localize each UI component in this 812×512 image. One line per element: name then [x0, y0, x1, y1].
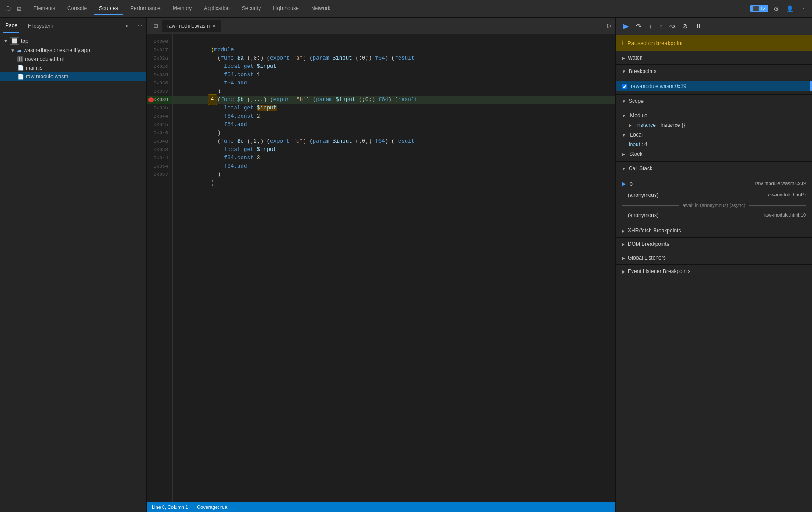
breakpoints-header[interactable]: ▼ Breakpoints [616, 65, 812, 78]
tree-label-site: wasm-dbg-stories.netlify.app [24, 47, 90, 53]
scope-group-stack[interactable]: ▶ Stack [616, 149, 812, 159]
paused-banner: ℹ Paused on breakpoint [616, 35, 812, 51]
scope-module-arrow: ▼ [622, 113, 626, 118]
scope-stack-arrow: ▶ [622, 152, 625, 157]
call-stack-loc-anon1: raw-module.html:9 [766, 192, 806, 197]
debug-toolbar: ▶ ↷ ↓ ↑ ↝ ⊘ ⏸ [616, 18, 812, 35]
code-line-0x000: (module [173, 38, 615, 46]
code-line-0x036: ) [173, 79, 615, 88]
call-stack-arrow: ▼ [622, 166, 626, 171]
call-stack-item-anon2[interactable]: (anonymous) raw-module.html:10 [616, 210, 812, 221]
tab-network[interactable]: Network [306, 3, 336, 15]
code-line-0x02c: f64.const 1 [173, 63, 615, 71]
code-tab-close[interactable]: ✕ [212, 23, 216, 29]
event-label: Event Listener Breakpoints [628, 268, 690, 274]
call-stack-loc-b: raw-module.wasm:0x39 [755, 181, 806, 186]
deactivate-btn[interactable]: ⊘ [679, 20, 690, 32]
tree-item-js[interactable]: 📄 main.js [0, 63, 146, 72]
scope-group-local[interactable]: ▼ Local [616, 130, 812, 140]
tree-label-html: raw-module.html [25, 56, 64, 62]
tree-label-wasm: raw-module.wasm [26, 74, 68, 80]
tab-console[interactable]: Console [62, 3, 92, 15]
scope-item-instance[interactable]: ▶ instance : Instance {} [623, 120, 812, 130]
right-panel: ▶ ↷ ↓ ↑ ↝ ⊘ ⏸ ℹ Paused on breakpoint ▶ W… [615, 18, 812, 512]
dom-label: DOM Breakpoints [628, 241, 669, 247]
settings-icon[interactable]: ⚙ [772, 4, 781, 14]
breakpoints-arrow: ▼ [622, 69, 626, 74]
sidebar-tab-filesystem[interactable]: Filesystem [26, 19, 55, 32]
sidebar-more-btn[interactable]: » [126, 23, 129, 29]
call-stack-fn-anon1: (anonymous) [628, 192, 658, 198]
step-into-btn[interactable]: ↓ [646, 21, 654, 32]
tab-security[interactable]: Security [237, 3, 266, 15]
call-stack-label: Call Stack [629, 165, 652, 172]
code-tab-right-btn[interactable]: ▷ [607, 22, 612, 29]
more-icon[interactable]: ⋮ [799, 4, 808, 14]
devtools-badge[interactable]: ⬛ 12 [750, 5, 768, 12]
tree-label-js: main.js [26, 65, 42, 71]
top-nav: ⬡ ⧉ Elements Console Sources Performance… [0, 0, 812, 18]
ln-0x035: 0x035 [147, 71, 172, 79]
xhr-breakpoints-header[interactable]: ▶ XHR/fetch Breakpoints [616, 224, 812, 238]
scope-module-label: Module [630, 112, 647, 119]
sidebar-tabs: Page Filesystem » ⋯ [0, 18, 146, 34]
breakpoint-item[interactable]: raw-module.wasm:0x39 [616, 81, 812, 91]
ln-0x039[interactable]: 0x039 [147, 96, 172, 104]
scope-content: ▼ Module ▶ instance : Instance {} ▼ Loca… [616, 108, 812, 162]
dom-arrow: ▶ [622, 242, 625, 247]
tab-elements[interactable]: Elements [28, 3, 60, 15]
tab-sources[interactable]: Sources [94, 3, 123, 15]
call-stack-item-anon1[interactable]: (anonymous) raw-module.html:9 [616, 189, 812, 201]
code-line-0x035: f64.add [173, 71, 615, 79]
event-listener-header[interactable]: ▶ Event Listener Breakpoints [616, 265, 812, 278]
sidebar-tab-page[interactable]: Page [4, 19, 19, 33]
code-file-tab[interactable]: raw-module.wasm ✕ [162, 20, 221, 32]
global-listeners-header[interactable]: ▶ Global Listeners [616, 251, 812, 265]
ln-0x044: 0x044 [147, 112, 172, 121]
tree-item-site[interactable]: ▼ ☁ wasm-dbg-stories.netlify.app [0, 46, 146, 55]
sep-line-left [622, 205, 679, 206]
call-stack-item-b[interactable]: ▶ b raw-module.wasm:0x39 [616, 178, 812, 189]
breakpoint-dot [148, 97, 154, 102]
status-coverage: Coverage: n/a [197, 505, 227, 510]
scope-group-module[interactable]: ▼ Module [616, 111, 812, 120]
folder-icon-js: 📄 [18, 65, 24, 71]
sidebar-menu-btn[interactable]: ⋯ [137, 23, 143, 29]
cursor-icon[interactable]: ⬡ [4, 3, 12, 14]
device-toggle-icon[interactable]: ⧉ [15, 3, 23, 14]
watch-header[interactable]: ▶ Watch [616, 51, 812, 65]
line-numbers: 0x000 0x027 0x02a 0x02c 0x035 0x036 0x03… [147, 34, 173, 502]
tree-item-wasm[interactable]: 📄 raw-module.wasm [0, 72, 146, 81]
code-line-0x053: f64.const 3 [173, 146, 615, 154]
ln-0x03b: 0x03b [147, 104, 172, 112]
tab-application[interactable]: Application [199, 3, 235, 15]
scope-header[interactable]: ▼ Scope [616, 95, 812, 108]
code-content[interactable]: 0x000 0x027 0x02a 0x02c 0x035 0x036 0x03… [147, 34, 615, 502]
scope-key-input: input [629, 141, 640, 147]
toggle-sidebar-btn[interactable]: ⊡ [150, 20, 162, 32]
tab-memory[interactable]: Memory [168, 3, 197, 15]
resume-btn[interactable]: ▶ [621, 20, 631, 32]
code-line-0x02a: local.get $input [173, 54, 615, 63]
file-icon-html: H [18, 56, 23, 62]
code-line-0x039: local.get $input 4 [173, 96, 615, 104]
step-out-btn[interactable]: ↑ [656, 21, 665, 32]
pause-btn[interactable]: ⏸ [692, 21, 704, 32]
tree-label-top: top [21, 38, 28, 44]
tab-lighthouse[interactable]: Lighthouse [268, 3, 304, 15]
tree-item-top[interactable]: ▼ ⬜ top [0, 36, 146, 46]
code-line-0x027: (func $a (;0;) (export "a") (param $inpu… [173, 46, 615, 54]
status-line-col: Line 8, Column 1 [152, 505, 188, 510]
scope-local-label: Local [630, 132, 643, 138]
tree-item-html[interactable]: H raw-module.html [0, 55, 146, 63]
step-btn[interactable]: ↝ [667, 20, 678, 32]
code-line-0x044: f64.add [173, 112, 615, 121]
breakpoint-checkbox[interactable] [622, 84, 627, 89]
tab-performance[interactable]: Performance [125, 3, 166, 15]
call-stack-header[interactable]: ▼ Call Stack [616, 162, 812, 175]
profile-icon[interactable]: 👤 [784, 4, 795, 14]
ln-0x045: 0x045 [147, 121, 172, 129]
step-over-btn[interactable]: ↷ [633, 20, 644, 32]
dom-breakpoints-header[interactable]: ▶ DOM Breakpoints [616, 238, 812, 251]
status-bar: Line 8, Column 1 Coverage: n/a [147, 502, 615, 512]
